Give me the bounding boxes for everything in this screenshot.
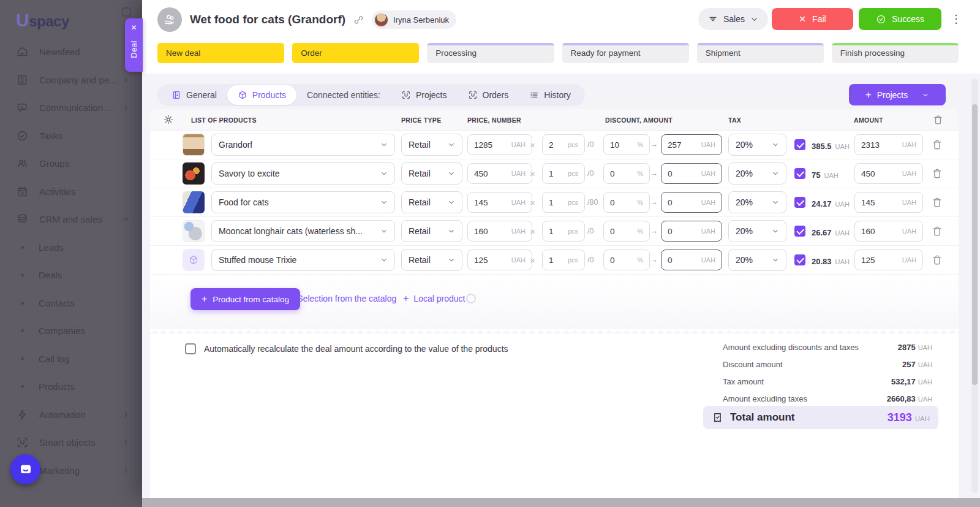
product-name-select[interactable]: Food for cats [211,191,395,213]
stage-new-deal[interactable]: New deal [157,43,284,63]
tax-included-checkbox[interactable] [794,226,805,237]
discount-percent-input[interactable]: 0% [603,250,650,270]
amount-input[interactable]: 450UAH [854,163,923,184]
multiply-icon: × [530,197,535,208]
assignee-chip[interactable]: Iryna Serbeniuk [372,10,456,29]
price-input[interactable]: 125UAH [467,250,532,270]
trash-icon[interactable] [931,167,943,180]
recalculate-option[interactable]: Automatically recalculate the deal amoun… [185,343,508,354]
discount-amount-input[interactable]: 257UAH [661,134,722,155]
stage-shipment[interactable]: Shipment [697,43,824,63]
selection-from-catalog-link[interactable]: + Selection from the catalog [287,293,396,304]
deal-slideover-tab[interactable]: ✕ Deal [125,18,143,72]
sidebar-item-smart-objects[interactable]: Smart objects [0,429,142,457]
amount-input[interactable]: 125UAH [854,250,923,270]
success-button[interactable]: Success [859,8,941,30]
sidebar-item-groups[interactable]: Groups [0,150,142,178]
funnel-dropdown[interactable]: Sales [698,8,768,30]
local-product-link[interactable]: + Local product [403,293,465,304]
discount-amount-input[interactable]: 0UAH [661,221,722,242]
tab-orders[interactable]: Orders [458,84,519,106]
collapse-sidebar-icon[interactable] [122,7,131,17]
recalculate-checkbox[interactable] [185,343,196,354]
discount-amount-input[interactable]: 0UAH [661,163,722,184]
amount-input[interactable]: 160UAH [854,221,923,242]
scrollbar-thumb[interactable] [972,104,978,385]
discount-percent-input[interactable]: 10% [603,134,650,155]
close-icon[interactable]: ✕ [130,24,137,31]
price-type-select[interactable]: Retail [401,220,462,242]
discount-amount-input[interactable]: 0UAH [661,192,722,213]
product-from-catalog-button[interactable]: + Product from catalog [190,288,300,310]
amount-input[interactable]: 145UAH [854,192,923,213]
product-name-select[interactable]: Savory to excite [211,162,395,185]
sidebar-item-leads[interactable]: Leads [0,234,142,262]
discount-amount-input[interactable]: 0UAH [661,250,722,270]
sidebar-item-tasks[interactable]: Tasks [0,122,142,150]
scrollbar[interactable] [971,78,978,493]
smart-object-icon [16,436,29,449]
discount-percent-input[interactable]: 0% [603,192,650,213]
tab-history[interactable]: History [519,84,581,106]
sidebar-item-companies[interactable]: Companies [0,317,142,345]
sidebar-item-crm-and-sales[interactable]: CRM and sales [0,205,142,234]
quantity-input[interactable]: 1pcs [542,163,585,184]
price-type-select[interactable]: Retail [401,249,462,271]
tab-general[interactable]: General [161,84,227,106]
trash-all-icon[interactable] [932,114,944,126]
quantity-input[interactable]: 2pcs [542,134,585,155]
stage-finish-processing[interactable]: Finish processing [832,43,959,63]
stage-order[interactable]: Order [292,43,419,63]
price-type-select[interactable]: Retail [401,134,462,156]
price-input[interactable]: 450UAH [467,163,532,184]
price-type-select[interactable]: Retail [401,162,462,185]
tax-select[interactable]: 20% [728,134,786,156]
price-input[interactable]: 160UAH [467,221,532,242]
sidebar-item-activities[interactable]: Activities [0,178,142,206]
sidebar-item-company-and-pe[interactable]: Company and pe... [0,66,142,94]
sidebar-item-automation[interactable]: Automation [0,401,142,429]
sidebar-item-newsfeed[interactable]: Newsfeed [0,38,142,66]
kebab-menu-icon[interactable]: ⋮ [951,12,962,26]
tax-select[interactable]: 20% [728,220,786,242]
product-name-select[interactable]: Grandorf [211,134,395,156]
amount-input[interactable]: 2313UAH [854,134,923,155]
sidebar-item-communication[interactable]: Communication ... [0,94,142,122]
tax-included-checkbox[interactable] [794,254,805,265]
sidebar-item-deals[interactable]: Deals [0,261,142,289]
quantity-input[interactable]: 1pcs [542,250,585,270]
tax-select[interactable]: 20% [728,249,786,271]
fail-button[interactable]: ✕ Fail [772,8,853,30]
summary-value: 2875UAH [898,341,932,353]
discount-percent-input[interactable]: 0% [603,163,650,184]
quantity-input[interactable]: 1pcs [542,221,585,242]
quantity-input[interactable]: 1pcs [542,192,585,213]
trash-icon[interactable] [931,139,943,151]
sidebar-item-products[interactable]: Products [0,373,142,401]
trash-icon[interactable] [931,196,943,208]
stage-ready-for-payment[interactable]: Ready for payment [562,43,689,63]
copy-link-icon[interactable] [353,15,364,25]
sidebar-item-call-log[interactable]: Call log [0,345,142,373]
tabs: General Products Connected entities: Pro… [157,84,585,106]
product-name-select[interactable]: Mooncat longhair cats (waterless sh... [211,220,395,242]
stage-processing[interactable]: Processing [427,43,554,63]
gear-icon[interactable] [163,114,174,125]
tax-select[interactable]: 20% [728,162,786,185]
price-input[interactable]: 1285UAH [467,134,532,155]
trash-icon[interactable] [931,225,943,237]
tab-projects[interactable]: Projects [391,84,458,106]
chat-widget-button[interactable] [10,454,40,484]
trash-icon[interactable] [931,254,943,266]
product-name-select[interactable]: Stuffed mouse Trixie [211,249,395,271]
tax-select[interactable]: 20% [728,191,786,213]
add-projects-button[interactable]: + Projects [849,84,946,105]
sidebar-item-contacts[interactable]: Contacts [0,289,142,318]
price-type-select[interactable]: Retail [401,191,462,213]
discount-percent-input[interactable]: 0% [603,221,650,242]
tax-included-checkbox[interactable] [794,168,805,179]
tab-products[interactable]: Products [227,85,296,105]
tax-included-checkbox[interactable] [794,139,805,150]
price-input[interactable]: 145UAH [467,192,532,213]
tax-included-checkbox[interactable] [794,197,805,208]
